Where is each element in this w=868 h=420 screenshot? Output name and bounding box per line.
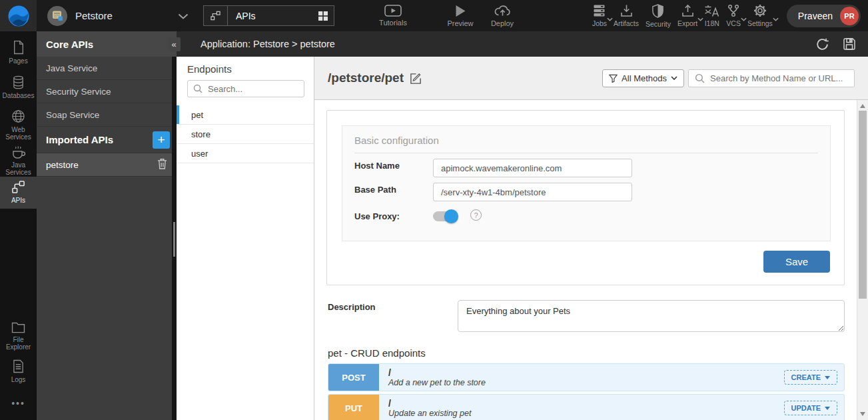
sidenav-scrollbar[interactable] (172, 57, 177, 420)
sidebar-item-web-services[interactable]: Web Services (0, 106, 37, 141)
sidebar-item-java-services[interactable]: Java Services (0, 142, 37, 177)
endpoint-item-user[interactable]: user (177, 144, 314, 163)
folder-icon (11, 322, 25, 333)
scroll-thumb[interactable] (859, 111, 867, 299)
preview-button[interactable]: Preview (437, 5, 484, 27)
sidebar-item-apis[interactable]: APIs (0, 177, 37, 209)
basic-config-panel: Basic configuration Host Name Base Path … (342, 125, 831, 241)
wave-logo-icon (7, 5, 30, 27)
grid-icon[interactable] (318, 11, 328, 21)
method-badge: PUT (328, 395, 379, 420)
main-header: /petstore/pet All Methods (314, 57, 868, 100)
endpoint-description: Add a new pet to the store (388, 378, 486, 388)
host-name-label: Host Name (354, 161, 400, 171)
ellipsis-icon: ••• (11, 398, 25, 409)
sidebar-item-logs[interactable]: Logs (0, 356, 37, 387)
endpoints-search-input[interactable] (187, 80, 304, 97)
add-api-button[interactable]: + (153, 131, 170, 149)
sidenav-scroll-thumb[interactable] (173, 222, 175, 257)
scroll-down-arrow[interactable] (860, 412, 865, 416)
method-search-input[interactable] (688, 69, 855, 87)
breadcrumb: Application: Petstore > petstore (201, 39, 335, 49)
sidebar-item-databases[interactable]: Databases (0, 72, 37, 103)
imported-apis-header: Imported APIs + (37, 127, 177, 153)
collapse-sidebar-button[interactable]: « (167, 37, 181, 51)
save-project-button[interactable] (843, 37, 856, 51)
core-api-security-service[interactable]: Security Service (37, 80, 177, 103)
user-name: Praveen (798, 11, 833, 21)
host-name-field[interactable] (433, 159, 632, 177)
use-proxy-toggle[interactable] (433, 209, 458, 223)
endpoint-item-pet[interactable]: pet (177, 105, 314, 125)
gear-icon (753, 4, 767, 17)
sidebar-item-file-explorer[interactable]: File Explorer (0, 319, 37, 352)
i18n-button[interactable]: I18N (701, 4, 723, 27)
vertical-scrollbar[interactable] (857, 100, 868, 420)
endpoints-title: Endpoints (177, 57, 314, 75)
chevron-down-icon (178, 10, 189, 22)
cloud-upload-icon (494, 4, 511, 17)
edit-icon[interactable] (410, 72, 422, 85)
refresh-button[interactable] (815, 37, 829, 51)
method-search (688, 69, 855, 87)
trash-icon[interactable] (157, 158, 167, 171)
export-button[interactable]: Export (674, 4, 701, 27)
endpoint-path: / (388, 398, 471, 409)
config-card: Basic configuration Host Name Base Path … (326, 110, 845, 285)
basic-config-title: Basic configuration (354, 135, 439, 146)
use-proxy-label: Use Proxy: (354, 211, 400, 221)
main-content: Basic configuration Host Name Base Path … (314, 100, 857, 420)
endpoint-description: Update an existing pet (388, 409, 471, 419)
description-field[interactable] (458, 300, 845, 332)
imported-api-petstore[interactable]: petstore (37, 153, 177, 177)
chevron-down-icon (671, 76, 677, 80)
base-path-label: Base Path (354, 185, 396, 195)
wavemaker-logo[interactable] (0, 0, 37, 31)
create-action-dropdown[interactable]: CREATE (784, 370, 837, 385)
breadcrumb-bar: Application: Petstore > petstore (177, 31, 868, 57)
project-selector[interactable]: Petstore (47, 6, 189, 26)
jobs-button[interactable]: Jobs (589, 4, 610, 27)
search-icon (193, 84, 203, 96)
methods-filter-dropdown[interactable]: All Methods (602, 69, 684, 87)
tutorials-button[interactable]: Tutorials (364, 5, 422, 27)
save-button[interactable]: Save (763, 251, 830, 273)
core-api-java-service[interactable]: Java Service (37, 57, 177, 80)
app-switcher[interactable]: APIs (203, 5, 334, 26)
chevron-down-icon (773, 15, 779, 23)
play-icon (455, 5, 466, 17)
core-api-soap-service[interactable]: Soap Service (37, 103, 177, 127)
update-action-dropdown[interactable]: UPDATE (784, 401, 837, 415)
sidebar-item-pages[interactable]: Pages (0, 37, 37, 68)
more-options-button[interactable]: ••• (0, 397, 37, 410)
search-icon (695, 73, 705, 86)
caret-down-icon (825, 376, 830, 379)
user-menu[interactable]: Praveen PR (787, 5, 861, 27)
jobs-icon (592, 4, 606, 17)
crud-section-title: pet - CRUD endpoints (328, 347, 426, 359)
artifacts-button[interactable]: Artifacts (610, 4, 642, 27)
base-path-field[interactable] (433, 183, 632, 201)
help-icon[interactable]: ? (470, 209, 482, 221)
apis-node-icon (204, 6, 228, 25)
settings-button[interactable]: Settings (744, 4, 776, 27)
top-bar: Petstore APIs (0, 0, 868, 31)
scroll-up-arrow[interactable] (860, 104, 865, 108)
endpoint-row-put[interactable]: PUT / Update an existing pet UPDATE (328, 394, 845, 420)
avatar: PR (840, 7, 859, 25)
topbar-actions: Tutorials Preview Deploy (364, 4, 521, 27)
endpoint-item-store[interactable]: store (177, 125, 314, 144)
wavemaker-studio: Petstore APIs (0, 0, 868, 420)
endpoints-search (187, 80, 304, 97)
deploy-button[interactable]: Deploy (484, 4, 521, 27)
filter-icon (609, 74, 618, 83)
endpoint-row-post[interactable]: POST / Add a new pet to the store CREATE (328, 363, 845, 391)
app-switcher-label: APIs (236, 11, 256, 21)
log-file-icon (13, 359, 24, 373)
security-button[interactable]: Security (642, 4, 674, 28)
vcs-button[interactable]: VCS (723, 4, 744, 27)
export-upload-icon (681, 4, 695, 17)
divider (354, 153, 818, 153)
page-title: /petstore/pet (328, 71, 422, 85)
project-name: Petstore (75, 10, 113, 21)
